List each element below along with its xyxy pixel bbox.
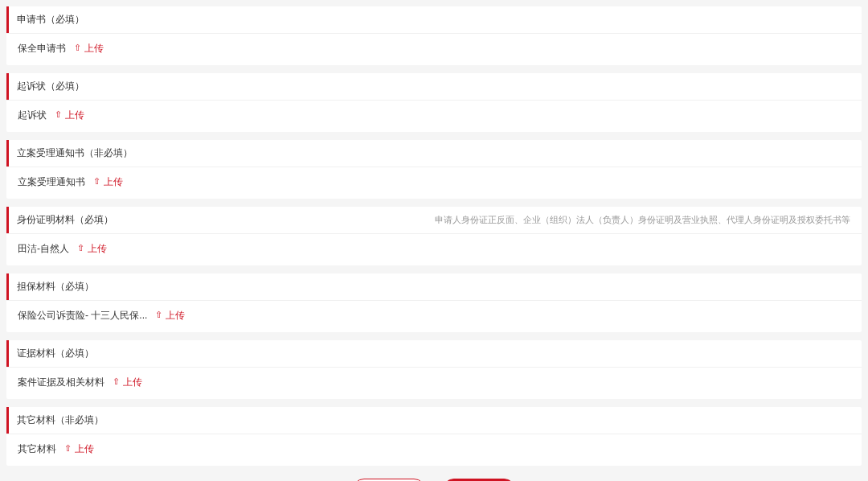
section-row: 案件证据及相关材料 ⇧ 上传 bbox=[6, 367, 862, 399]
upload-icon: ⇧ bbox=[64, 443, 72, 454]
section-row: 保全申请书 ⇧ 上传 bbox=[6, 33, 862, 65]
upload-label: 上传 bbox=[88, 242, 107, 256]
section-header: 立案受理通知书（非必填） bbox=[6, 140, 862, 166]
section-title: 身份证明材料（必填） bbox=[17, 213, 113, 227]
section-identity: 身份证明材料（必填） 申请人身份证正反面、企业（组织）法人（负责人）身份证明及营… bbox=[6, 207, 862, 265]
section-title: 立案受理通知书（非必填） bbox=[17, 146, 133, 160]
row-label: 保全申请书 bbox=[18, 42, 66, 56]
upload-label: 上传 bbox=[75, 442, 94, 456]
section-application: 申请书（必填） 保全申请书 ⇧ 上传 bbox=[6, 6, 862, 65]
upload-button[interactable]: ⇧ 上传 bbox=[155, 309, 185, 323]
section-title: 申请书（必填） bbox=[17, 13, 84, 27]
upload-button[interactable]: ⇧ 上传 bbox=[93, 175, 123, 189]
upload-button[interactable]: ⇧ 上传 bbox=[64, 442, 94, 456]
row-label: 起诉状 bbox=[18, 109, 47, 122]
section-row: 保险公司诉责险- 十三人民保... ⇧ 上传 bbox=[6, 300, 862, 332]
upload-button[interactable]: ⇧ 上传 bbox=[55, 109, 84, 122]
section-title: 证据材料（必填） bbox=[17, 347, 94, 360]
section-header: 证据材料（必填） bbox=[6, 340, 862, 367]
section-row: 起诉状 ⇧ 上传 bbox=[6, 100, 862, 132]
upload-label: 上传 bbox=[84, 42, 104, 56]
upload-icon: ⇧ bbox=[155, 310, 162, 320]
upload-icon: ⇧ bbox=[113, 376, 120, 387]
upload-icon: ⇧ bbox=[77, 243, 84, 253]
section-complaint: 起诉状（必填） 起诉状 ⇧ 上传 bbox=[6, 73, 862, 132]
row-label: 保险公司诉责险- 十三人民保... bbox=[18, 309, 147, 323]
section-row: 其它材料 ⇧ 上传 bbox=[6, 434, 862, 466]
section-title: 其它材料（非必填） bbox=[17, 413, 104, 427]
section-other: 其它材料（非必填） 其它材料 ⇧ 上传 bbox=[6, 407, 862, 466]
section-title: 起诉状（必填） bbox=[17, 80, 84, 93]
upload-icon: ⇧ bbox=[93, 176, 100, 187]
section-header: 身份证明材料（必填） 申请人身份证正反面、企业（组织）法人（负责人）身份证明及营… bbox=[6, 207, 862, 233]
section-header: 其它材料（非必填） bbox=[6, 407, 862, 434]
row-label: 立案受理通知书 bbox=[18, 175, 85, 189]
section-row: 立案受理通知书 ⇧ 上传 bbox=[6, 166, 862, 199]
section-hint: 申请人身份证正反面、企业（组织）法人（负责人）身份证明及营业执照、代理人身份证明… bbox=[435, 214, 850, 226]
upload-label: 上传 bbox=[123, 376, 142, 389]
upload-label: 上传 bbox=[166, 309, 185, 323]
upload-button[interactable]: ⇧ 上传 bbox=[113, 376, 142, 389]
row-label: 其它材料 bbox=[18, 442, 56, 456]
section-evidence: 证据材料（必填） 案件证据及相关材料 ⇧ 上传 bbox=[6, 340, 862, 399]
upload-label: 上传 bbox=[104, 175, 123, 189]
upload-button[interactable]: ⇧ 上传 bbox=[77, 242, 107, 256]
row-label: 案件证据及相关材料 bbox=[18, 376, 104, 389]
upload-icon: ⇧ bbox=[74, 43, 81, 53]
upload-icon: ⇧ bbox=[55, 109, 62, 120]
section-title: 担保材料（必填） bbox=[17, 280, 94, 294]
upload-label: 上传 bbox=[65, 109, 84, 122]
row-label: 田洁-自然人 bbox=[18, 242, 69, 256]
section-header: 申请书（必填） bbox=[6, 6, 862, 33]
section-header: 起诉状（必填） bbox=[6, 73, 862, 100]
upload-button[interactable]: ⇧ 上传 bbox=[74, 42, 104, 56]
section-row: 田洁-自然人 ⇧ 上传 bbox=[6, 233, 862, 265]
section-acceptance-notice: 立案受理通知书（非必填） 立案受理通知书 ⇧ 上传 bbox=[6, 140, 862, 199]
section-guarantee: 担保材料（必填） 保险公司诉责险- 十三人民保... ⇧ 上传 bbox=[6, 273, 862, 332]
section-header: 担保材料（必填） bbox=[6, 273, 862, 300]
